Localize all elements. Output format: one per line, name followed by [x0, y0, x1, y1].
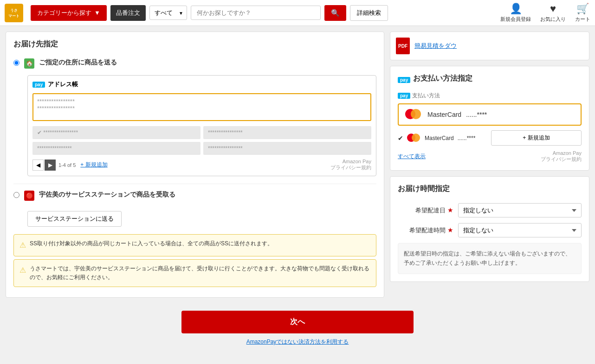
date-label: 希望配達日 ★: [398, 206, 453, 215]
address-buttons: ✔ **************** **************** ****…: [32, 126, 371, 155]
option-card-name: MasterCard: [425, 135, 454, 141]
delivery-panel: お届け先指定 🏠 ご指定の住所に商品を送る pay アドレス帳 ********…: [6, 32, 384, 298]
addr-btn-3[interactable]: ****************: [32, 142, 200, 155]
amazon-pay-alt-link[interactable]: AmazonPayではない決済方法を利用する: [246, 338, 349, 346]
time-row: 希望配達時間 ★ 指定しない: [398, 223, 582, 237]
payment-header: pay お支払い方法指定: [398, 74, 582, 86]
header: うさ マート カテゴリーから探す ▼ 品番注文 すべて 🔍 詳細検索 👤 新規会…: [0, 0, 595, 26]
home-icon: 🏠: [24, 58, 34, 69]
page-prev-btn[interactable]: ◀: [32, 160, 44, 171]
address-book-box: pay アドレス帳 **************** *************…: [27, 75, 376, 176]
service-station-button[interactable]: サービスステーションに送る: [27, 211, 122, 227]
station-icon: 🔴: [24, 191, 34, 201]
pay-label-badge: pay: [398, 93, 410, 99]
required-star-date: ★: [447, 206, 453, 214]
time-select[interactable]: 指定しない: [458, 223, 582, 237]
doc-download-link[interactable]: 簡易見積をダウ: [414, 42, 457, 50]
checkmark-icon: ✔: [398, 134, 403, 142]
main-content: お届け先指定 🏠 ご指定の住所に商品を送る pay アドレス帳 ********…: [0, 26, 595, 303]
logo-area: うさ マート: [5, 4, 23, 22]
svg-text:マート: マート: [8, 14, 19, 18]
date-select[interactable]: 指定しない: [458, 203, 582, 217]
pay-badge: pay: [32, 82, 45, 88]
privacy-notes: Amazon Pay プライバシー規約: [541, 150, 582, 163]
delivery-time-title: お届け時間指定: [398, 184, 582, 197]
date-row: 希望配達日 ★ 指定しない: [398, 203, 582, 217]
warning-box-1: ⚠ SS取り付け対象以外の商品が同じカートに入っている場合は、全ての商品がSSに…: [13, 234, 376, 256]
delivery-option2-row: 🔴 宇佐美のサービスステーションで商品を受取る: [13, 191, 376, 201]
warning-text-1: SS取り付け対象以外の商品が同じカートに入っている場合は、全ての商品がSSに送付…: [30, 239, 273, 248]
address-textarea[interactable]: **************** ****************: [32, 93, 371, 121]
pay-badge-payment: pay: [398, 77, 410, 83]
order-button-label: 品番注文: [116, 9, 140, 16]
order-button[interactable]: 品番注文: [110, 5, 146, 21]
selected-card-name: MasterCard: [427, 111, 461, 118]
heart-icon: ♥: [550, 3, 556, 15]
user-icon: 👤: [510, 3, 522, 15]
warning-text-2: うさマートでは、宇佐美のサービスステーションに商品を届けて、受け取りに行くことが…: [30, 264, 370, 282]
mastercard-logo-option: [407, 134, 421, 143]
pagination-row: ◀ ▶ 1-4 of 5 + 新規追加 Amazon Pay プライバシー規約: [32, 159, 371, 171]
svg-text:うさ: うさ: [10, 8, 18, 13]
addr-btn-2-label: ****************: [208, 129, 243, 136]
selected-card-number: ......****: [466, 111, 487, 118]
selected-payment-box: MasterCard ......****: [398, 103, 582, 126]
category-button[interactable]: カテゴリーから探す ▼: [31, 5, 107, 21]
page-buttons: ◀ ▶: [32, 160, 56, 171]
amazon-pay-note: Amazon Pay プライバシー規約: [330, 159, 371, 171]
show-all-payments-link[interactable]: すべて表示: [398, 153, 426, 160]
payment-label: 支払い方法: [412, 92, 440, 100]
detail-search-button[interactable]: 詳細検索: [350, 5, 388, 21]
address-textarea-wrap: **************** ****************: [32, 93, 371, 122]
svg-rect-0: [5, 4, 23, 22]
mastercard-logo-selected: [405, 109, 423, 120]
delivery-option2-label: 宇佐美のサービスステーションで商品を受取る: [39, 191, 175, 199]
service-station-btn-label: サービスステーションに送る: [35, 215, 114, 222]
pdf-icon: PDF: [396, 38, 410, 54]
delivery-option1-label: ご指定の住所に商品を送る: [39, 58, 117, 67]
favorites-button[interactable]: ♥ お気に入り: [540, 3, 566, 23]
favorites-label: お気に入り: [540, 16, 566, 23]
payment-option-card[interactable]: MasterCard ......****: [407, 134, 487, 143]
search-input[interactable]: [191, 6, 321, 20]
address-book-label: アドレス帳: [48, 80, 78, 89]
delivery-option1-row: 🏠 ご指定の住所に商品を送る: [13, 58, 376, 69]
payment-footer: すべて表示 Amazon Pay プライバシー規約: [398, 150, 582, 163]
addr-btn-4-label: ****************: [208, 145, 243, 152]
delivery-option1-radio[interactable]: [13, 60, 19, 66]
warning-icon-1: ⚠: [19, 239, 26, 251]
addr-btn-4[interactable]: ****************: [203, 142, 371, 155]
service-station-section: 🔴 宇佐美のサービスステーションで商品を受取る サービスステーションに送る ⚠ …: [13, 184, 376, 287]
register-label: 新規会員登録: [500, 16, 531, 23]
delivery-option2-radio[interactable]: [13, 192, 19, 198]
addr-btn-1[interactable]: ✔ ****************: [32, 126, 200, 139]
category-select-wrap: すべて: [149, 6, 187, 20]
delivery-note: 配送希望日時の指定は、ご希望に添えない場合もございますので、予めご了承いただくよ…: [398, 243, 582, 274]
addr-btn-2[interactable]: ****************: [203, 126, 371, 139]
header-right: 👤 新規会員登録 ♥ お気に入り 🛒 カート: [500, 3, 590, 23]
search-button[interactable]: 🔍: [324, 5, 346, 21]
next-button[interactable]: 次へ: [181, 311, 414, 333]
payment-panel: pay お支払い方法指定 pay 支払い方法 MasterCard ......…: [390, 66, 589, 171]
logo-icon: うさ マート: [5, 4, 23, 22]
search-icon: 🔍: [331, 9, 340, 17]
add-new-address-link[interactable]: + 新規追加: [80, 161, 107, 169]
doc-panel: PDF 簡易見積をダウ: [390, 32, 589, 60]
cart-button[interactable]: 🛒 カート: [575, 3, 590, 23]
time-label: 希望配達時間 ★: [398, 226, 453, 235]
payment-section-title: お支払い方法指定: [413, 74, 472, 86]
right-panel: PDF 簡易見積をダウ pay お支払い方法指定 pay 支払い方法 Maste…: [390, 32, 589, 298]
delivery-section-title: お届け先指定: [13, 39, 376, 52]
add-payment-button[interactable]: + 新規追加: [491, 130, 582, 146]
address-book-title: pay アドレス帳: [32, 80, 371, 89]
page-info: 1-4 of 5: [58, 162, 76, 168]
next-btn-area: 次へ AmazonPayではない決済方法を利用する: [0, 303, 595, 353]
chevron-down-icon: ▼: [94, 9, 100, 16]
warning-box-2: ⚠ うさマートでは、宇佐美のサービスステーションに商品を届けて、受け取りに行くこ…: [13, 259, 376, 287]
required-star-time: ★: [447, 226, 453, 234]
page-next-btn[interactable]: ▶: [45, 160, 56, 171]
payment-options-row: ✔ MasterCard ......**** + 新規追加: [398, 130, 582, 146]
cart-icon: 🛒: [576, 3, 589, 15]
category-select[interactable]: すべて: [149, 6, 187, 20]
register-button[interactable]: 👤 新規会員登録: [500, 3, 531, 23]
